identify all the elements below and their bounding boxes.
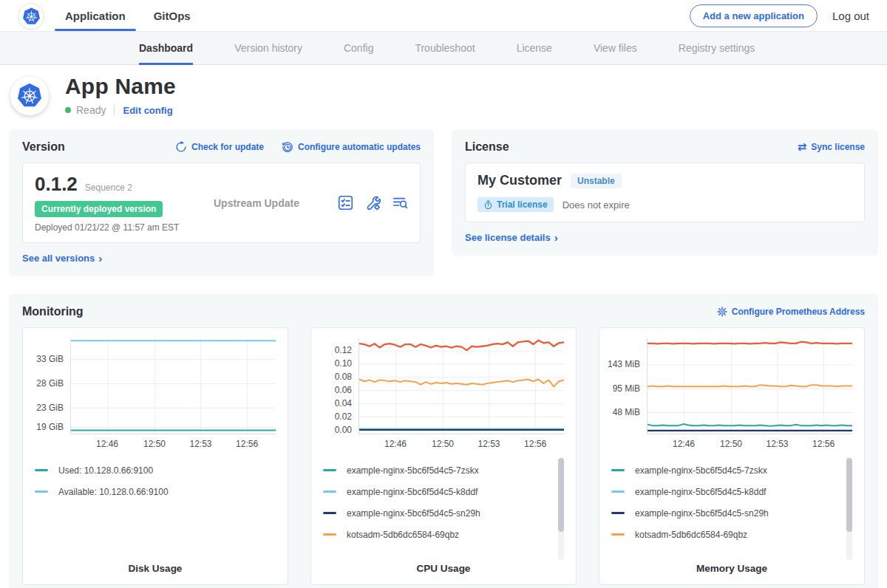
clock-refresh-icon <box>282 141 293 153</box>
legend-item: example-nginx-5bc6f5d4c5-k8ddf <box>611 481 852 502</box>
x-axis-labels: 12:4612:5012:5312:56 <box>70 434 276 452</box>
disk-usage-chart: 33 GiB28 GiB23 GiB19 GiB 12:4612:5012:53… <box>22 327 288 585</box>
y-tick-label: 0.12 <box>335 345 352 355</box>
y-tick-label: 0.00 <box>335 425 352 435</box>
x-tick-label: 12:53 <box>478 439 500 449</box>
deployed-timestamp: Deployed 01/21/22 @ 11:57 am EST <box>35 222 205 233</box>
stopwatch-icon <box>483 200 493 210</box>
kubernetes-app-icon <box>16 82 44 110</box>
app-header: App Name Ready Edit config <box>0 65 887 125</box>
legend-swatch <box>323 512 336 514</box>
license-type-badge: Trial license <box>478 197 554 212</box>
tab-version-history[interactable]: Version history <box>234 32 302 64</box>
nav-item-gitops[interactable]: GitOps <box>154 0 191 31</box>
link-label: Check for update <box>191 142 264 152</box>
refresh-icon <box>175 141 187 153</box>
page-title: App Name <box>65 74 176 99</box>
preflight-checks-button[interactable] <box>338 195 353 211</box>
y-tick-label: 33 GiB <box>36 354 64 364</box>
license-expiry: Does not expire <box>563 199 630 211</box>
version-sequence: Sequence 2 <box>85 182 132 193</box>
chart-legend: Used: 10.128.0.66:9100Available: 10.128.… <box>35 455 276 560</box>
tab-registry-settings[interactable]: Registry settings <box>679 32 755 64</box>
legend-label: Available: 10.128.0.66:9100 <box>58 487 169 497</box>
legend-label: example-nginx-5bc6f5d4c5-sn29h <box>347 508 480 519</box>
legend-label: Used: 10.128.0.66:9100 <box>58 465 153 476</box>
nav-item-application[interactable]: Application <box>65 0 126 31</box>
x-axis-labels: 12:4612:5012:5312:56 <box>358 434 564 452</box>
edit-config-button[interactable] <box>365 195 381 211</box>
version-card: Version Check for update <box>9 129 434 276</box>
view-deploy-logs-button[interactable] <box>392 195 408 211</box>
license-card: License ⇄ Sync license My Customer Unsta… <box>452 129 878 256</box>
add-application-button[interactable]: Add a new application <box>690 4 818 27</box>
tab-label: Troubleshoot <box>415 42 475 54</box>
tab-license[interactable]: License <box>517 32 552 64</box>
legend-swatch <box>611 490 625 493</box>
version-number: 0.1.2 <box>35 173 78 196</box>
x-tick-label: 12:53 <box>767 439 789 449</box>
legend-swatch <box>323 533 336 536</box>
series-line <box>359 341 564 350</box>
cpu-usage-chart: 0.120.100.080.060.040.020.00 12:4612:501… <box>310 327 577 585</box>
tab-dashboard[interactable]: Dashboard <box>139 32 193 64</box>
y-tick-label: 0.10 <box>335 358 352 369</box>
channel-badge: Unstable <box>571 174 622 188</box>
legend-item: example-nginx-5bc6f5d4c5-k8ddf <box>323 481 564 502</box>
app-avatar <box>10 77 49 115</box>
x-tick-label: 12:46 <box>673 439 695 449</box>
monitoring-section: Monitoring Configure Prometheus Address … <box>9 294 878 588</box>
plot-area <box>70 338 276 434</box>
divider <box>114 105 115 115</box>
x-tick-label: 12:46 <box>384 439 407 449</box>
check-for-update-link[interactable]: Check for update <box>175 141 264 153</box>
link-label: See all versions <box>22 253 95 264</box>
legend-item: kotsadm-5db6dc6584-69qbz <box>611 524 852 545</box>
tab-label: Version history <box>234 42 302 54</box>
y-axis-labels: 143 MiB95 MiB48 MiB <box>611 338 647 434</box>
legend-item: Available: 10.128.0.66:9100 <box>35 481 276 502</box>
legend-swatch <box>611 512 625 514</box>
legend-scrollbar-thumb[interactable] <box>846 458 852 532</box>
version-source-label: Upstream Update <box>205 197 338 209</box>
wrench-gear-icon <box>365 195 381 211</box>
edit-config-link[interactable]: Edit config <box>123 105 172 116</box>
nav-item-label: GitOps <box>154 10 191 22</box>
configure-automatic-updates-link[interactable]: Configure automatic updates <box>282 141 421 153</box>
legend-label: example-nginx-5bc6f5d4c5-k8ddf <box>347 487 478 497</box>
configure-prometheus-link[interactable]: Configure Prometheus Address <box>717 307 865 317</box>
legend-swatch <box>35 490 48 493</box>
license-detail-row: My Customer Unstable Trial license Does … <box>465 163 865 222</box>
link-label: Configure Prometheus Address <box>732 307 865 317</box>
series-line <box>648 385 852 386</box>
tab-config[interactable]: Config <box>344 32 373 64</box>
logout-button[interactable]: Log out <box>832 10 869 22</box>
memory-usage-chart: 143 MiB95 MiB48 MiB 12:4612:5012:5312:56… <box>599 327 865 585</box>
x-tick-label: 12:50 <box>143 439 166 449</box>
legend-scrollbar <box>846 458 852 560</box>
checklist-icon <box>338 195 353 211</box>
legend-item: kotsadm-5db6dc6584-69qbz <box>323 524 564 545</box>
see-license-details-link[interactable]: See license details › <box>465 232 558 243</box>
see-all-versions-link[interactable]: See all versions › <box>22 253 102 264</box>
kubernetes-logo[interactable] <box>18 3 44 30</box>
version-card-title: Version <box>22 140 65 154</box>
chevron-right-icon: › <box>554 232 558 243</box>
legend-swatch <box>611 533 625 536</box>
legend-label: kotsadm-5db6dc6584-69qbz <box>347 530 459 540</box>
legend-scrollbar <box>558 458 564 560</box>
x-tick-label: 12:50 <box>432 439 454 449</box>
tab-troubleshoot[interactable]: Troubleshoot <box>415 32 475 64</box>
legend-label: example-nginx-5bc6f5d4c5-sn29h <box>635 508 769 519</box>
top-nav: Application GitOps Add a new application… <box>0 0 887 31</box>
customer-name: My Customer <box>478 173 562 188</box>
y-tick-label: 48 MiB <box>613 407 640 417</box>
x-tick-label: 12:50 <box>720 439 742 449</box>
legend-swatch <box>323 469 336 471</box>
sync-icon: ⇄ <box>798 140 807 154</box>
legend-scrollbar-thumb[interactable] <box>558 458 564 532</box>
y-tick-label: 143 MiB <box>608 359 640 369</box>
y-tick-label: 23 GiB <box>36 403 64 413</box>
tab-view-files[interactable]: View files <box>594 32 637 64</box>
sync-license-link[interactable]: ⇄ Sync license <box>798 140 865 154</box>
